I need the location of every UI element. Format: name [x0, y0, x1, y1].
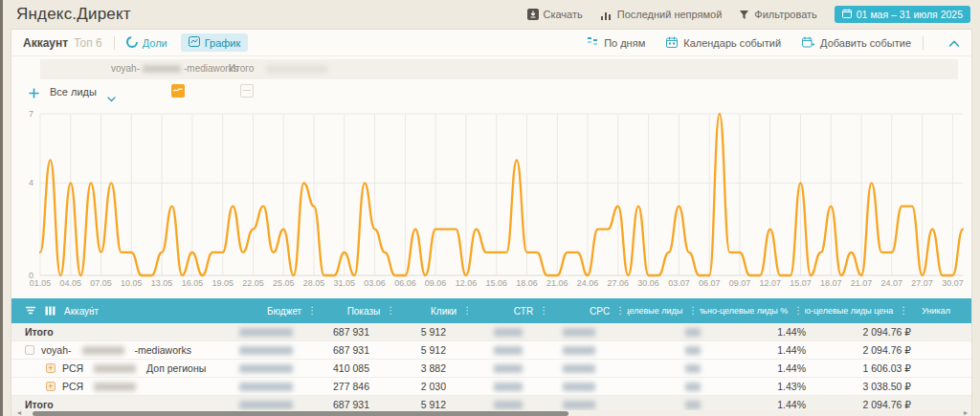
svg-text:31.05: 31.05 [334, 278, 356, 288]
chart-series-header: voyah--mediaworks Итого [40, 59, 958, 79]
scroll-left-arrow[interactable]: ◂ [17, 408, 21, 416]
date-range-button[interactable]: 01 мая – 31 июля 2025 [835, 6, 970, 23]
column-clicks[interactable]: Клики [397, 298, 474, 323]
divider [923, 36, 924, 50]
events-calendar-button[interactable]: Календарь событий [666, 36, 781, 50]
svg-text:03.06: 03.06 [364, 278, 386, 288]
svg-text:27.06: 27.06 [608, 278, 630, 288]
column-ctr[interactable]: CTR [474, 298, 550, 323]
row-expand-checkbox[interactable]: + [46, 363, 56, 373]
table-row[interactable]: Итого687 9315 9121.44%2 094.76 ₽ [11, 323, 971, 341]
account-cell: +РСЯДоп регионы [11, 360, 232, 377]
shows-cell: 687 931 [310, 341, 387, 359]
redacted-value [239, 346, 293, 355]
redacted-value [685, 328, 701, 337]
cpc-cell [540, 323, 612, 340]
table-row[interactable]: voyah--mediaworks687 9315 9121.44%2 094.… [11, 341, 971, 360]
svg-text:18.06: 18.06 [516, 278, 538, 288]
unique-leads-cell [612, 360, 718, 377]
download-button[interactable]: Скачать [527, 9, 583, 20]
calendar-add-icon [802, 36, 814, 50]
tab-shares[interactable]: Доли [126, 36, 167, 50]
series-label-total[interactable]: Итого [229, 63, 254, 74]
svg-text:09.06: 09.06 [425, 278, 447, 288]
page-title: Яндекс.Директ [11, 5, 131, 24]
redacted-value [563, 401, 595, 409]
account-name: Итого [25, 326, 54, 338]
series-toggle-total[interactable] [240, 84, 254, 98]
redacted-value [685, 364, 701, 373]
filter-button[interactable]: Фильтровать [739, 9, 816, 20]
account-name: Итого [25, 399, 54, 410]
by-days-button[interactable]: По дням [587, 36, 645, 49]
header-actions: Скачать Последний непрямой Фильтровать 0… [527, 6, 973, 23]
top-filter-label[interactable]: Топ 6 [74, 36, 102, 50]
redacted-value [494, 383, 523, 391]
filter-icon [739, 10, 749, 20]
redacted-value [685, 401, 701, 409]
leads-line-chart[interactable]: 01.0504.0507.0510.0513.0516.0519.0522.05… [15, 100, 972, 297]
column-unique-leads-pct[interactable]: Уникально-целевые лиды % [700, 298, 805, 323]
scroll-right-arrow[interactable]: ▸ [964, 408, 968, 416]
collapse-chart-button[interactable] [948, 34, 960, 52]
scrollbar-thumb[interactable] [33, 411, 568, 416]
redacted-value [563, 383, 595, 391]
divider [114, 36, 115, 50]
row-expand-checkbox[interactable]: + [46, 382, 56, 391]
svg-text:28.05: 28.05 [303, 278, 325, 288]
svg-text:30.07: 30.07 [942, 278, 964, 288]
unique-leads-pct-cell: 1.44% [718, 360, 823, 377]
row-checkbox[interactable] [25, 345, 34, 355]
ctr-cell [463, 378, 540, 395]
redacted-value [494, 401, 523, 409]
clipped-cell [928, 378, 971, 395]
column-unique-leads[interactable]: Уникально-целевые лиды [627, 298, 700, 323]
add-event-button[interactable]: Добавить событие [802, 36, 911, 50]
shows-cell: 687 931 [310, 323, 387, 340]
redacted-value [685, 346, 701, 355]
budget-cell [232, 323, 310, 340]
horizontal-scrollbar[interactable]: ◂ ▸ [11, 410, 971, 416]
redacted-value [239, 364, 293, 373]
svg-text:04.05: 04.05 [60, 278, 82, 288]
redacted-value [685, 383, 701, 391]
columns-icon[interactable] [45, 306, 56, 316]
account-name: РСЯ [62, 381, 83, 392]
account-name: -mediaworks [135, 344, 192, 356]
svg-text:06.06: 06.06 [394, 278, 416, 288]
metric-selector[interactable]: Все лиды [50, 86, 97, 98]
column-account[interactable]: Аккаунт [11, 298, 99, 323]
unique-leads-pct-cell: 1.43% [718, 378, 823, 395]
series-toggle-account[interactable] [171, 84, 185, 98]
svg-text:4: 4 [29, 178, 33, 187]
table-row[interactable]: +РСЯДоп регионы410 0853 8821.44%1 606.03… [11, 360, 971, 378]
svg-text:21.07: 21.07 [851, 278, 873, 288]
svg-text:12.06: 12.06 [456, 278, 478, 288]
account-name: РСЯ [62, 362, 83, 374]
clipped-cell [928, 360, 971, 377]
filter-rows-icon[interactable] [25, 306, 36, 316]
series-label-account[interactable]: voyah--mediaworks [111, 63, 238, 74]
table-row[interactable]: +РСЯ277 8462 0301.43%3 038.50 ₽ [11, 378, 971, 396]
attribution-model-button[interactable]: Последний непрямой [600, 9, 723, 20]
column-unique-leads-price[interactable]: Уникально-целевые лиды цена [805, 298, 910, 323]
clicks-cell: 5 912 [387, 341, 463, 359]
svg-text:15.07: 15.07 [790, 278, 812, 288]
redacted-value [563, 328, 595, 337]
column-shows[interactable]: Показы [319, 298, 397, 323]
svg-text:24.07: 24.07 [881, 278, 903, 288]
ctr-cell [463, 341, 540, 359]
column-cpc[interactable]: CPC [550, 298, 627, 323]
column-budget[interactable]: Бюджет [99, 298, 319, 323]
svg-text:22.05: 22.05 [242, 278, 264, 288]
account-cell: Итого [11, 323, 232, 340]
svg-text:16.05: 16.05 [182, 278, 204, 288]
budget-cell [232, 378, 310, 395]
svg-text:24.06: 24.06 [577, 278, 599, 288]
column-unique-clipped[interactable]: Уникал [910, 298, 980, 323]
svg-text:25.05: 25.05 [273, 278, 295, 288]
redacted-text [94, 383, 136, 391]
table-body: Итого687 9315 9121.44%2 094.76 ₽voyah--m… [11, 323, 971, 414]
tab-graph[interactable]: График [181, 33, 249, 52]
app-header: Яндекс.Директ Скачать Последний непрямой… [11, 0, 972, 29]
